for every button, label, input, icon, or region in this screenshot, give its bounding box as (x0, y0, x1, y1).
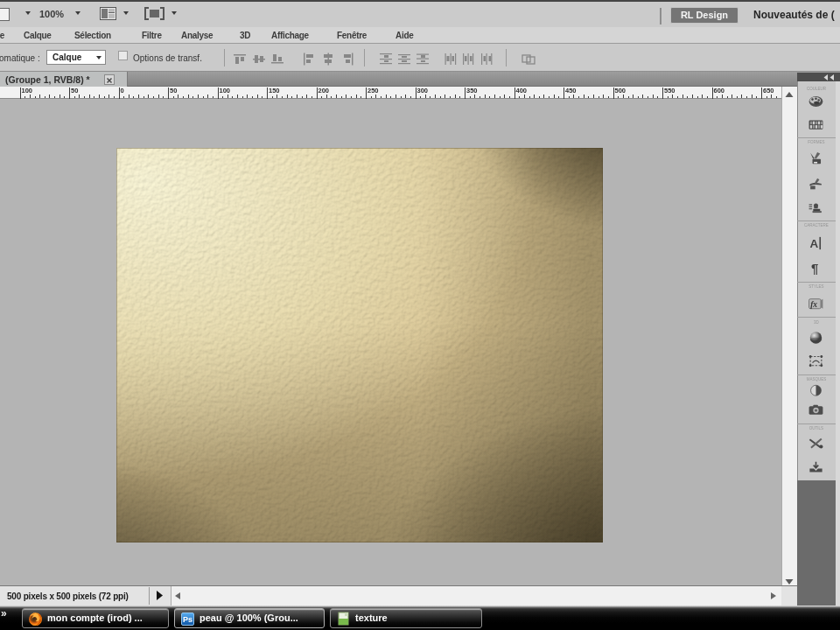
svg-text:¶: ¶ (811, 261, 818, 276)
svg-text:fx: fx (810, 300, 817, 309)
svg-text:A: A (809, 237, 818, 250)
